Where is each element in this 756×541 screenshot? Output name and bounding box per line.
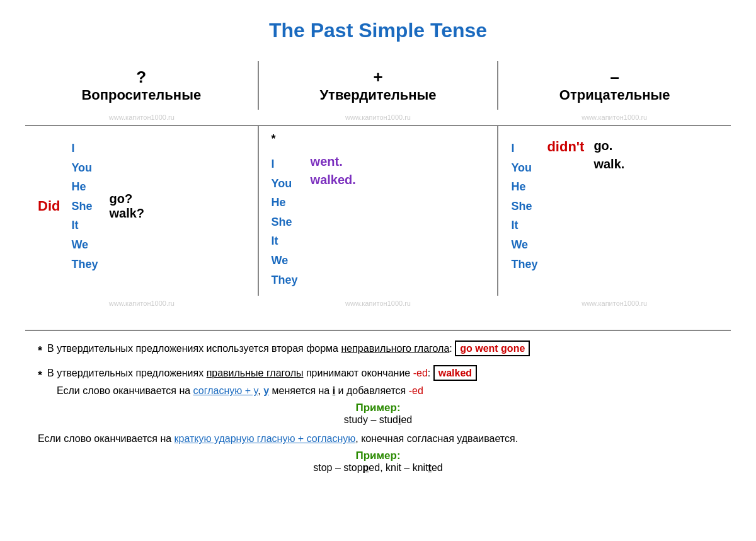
did-label: Did <box>38 198 60 214</box>
positive-header: + Утвердительные <box>258 61 498 110</box>
positive-content: * IYouHeSheItWeThey went. walked. <box>258 125 498 296</box>
positive-verb-walked: walked. <box>311 173 356 187</box>
example-1: Пример: study – studied <box>38 402 718 426</box>
question-header: ? Вопросительные <box>25 61 258 110</box>
watermark-bottom-p: www.капитон1000.ru <box>258 296 498 311</box>
watermark-row-n: www.капитон1000.ru <box>498 110 731 125</box>
positive-verb-went: went. <box>311 154 356 169</box>
negative-content: IYouHeSheItWeThey didn't go. walk. <box>498 125 731 296</box>
example-2: Пример: stop – stopped, knit – knitted <box>38 450 718 474</box>
fn1-text: В утвердительных предложениях использует… <box>47 341 530 356</box>
fn2-line2: Если слово оканчивается на согласную + y… <box>57 385 718 397</box>
fn2-star: * <box>38 367 42 384</box>
negative-verb-go: go. <box>593 139 624 153</box>
fn2-text: В утвердительных предложениях правильные… <box>47 366 477 381</box>
example1-label: Пример: <box>38 402 718 414</box>
watermark-row-q: www.капитон1000.ru <box>25 110 258 125</box>
footnote-2: * В утвердительных предложениях правильн… <box>38 366 718 397</box>
watermark-bottom-q: www.капитон1000.ru <box>25 296 258 311</box>
negative-header: – Отрицательные <box>498 61 731 110</box>
positive-asterisk: * <box>272 132 485 146</box>
fn1-star: * <box>38 342 42 359</box>
footnote-1: * В утвердительных предложениях использу… <box>38 341 718 359</box>
negative-verb-walk: walk. <box>593 157 624 172</box>
footnote-3: Если слово оканчивается на краткую ударн… <box>38 433 718 445</box>
negative-auxiliary: didn't <box>547 139 584 155</box>
example2-label: Пример: <box>38 450 718 462</box>
watermark-bottom-n: www.капитон1000.ru <box>498 296 731 311</box>
footnotes-section: * В утвердительных предложениях использу… <box>25 341 731 474</box>
watermark-row-p: www.капитон1000.ru <box>258 110 498 125</box>
question-verb-walk: walk? <box>109 206 144 221</box>
fn1-box: go went gone <box>455 340 530 356</box>
positive-pronouns: IYouHeSheItWeThey <box>272 154 298 289</box>
fn2-box: walked <box>433 365 477 381</box>
example1-content: study – studied <box>38 414 718 426</box>
question-content: Did IYouHeSheItWeThey go? walk? <box>25 125 258 296</box>
example2-content: stop – stopped, knit – knitted <box>38 462 718 474</box>
page-title: The Past Simple Tense <box>25 19 731 42</box>
negative-pronouns: IYouHeSheItWeThey <box>511 139 537 274</box>
question-verb-go: go? <box>109 192 144 206</box>
question-pronouns: IYouHeSheItWeThey <box>71 139 98 274</box>
